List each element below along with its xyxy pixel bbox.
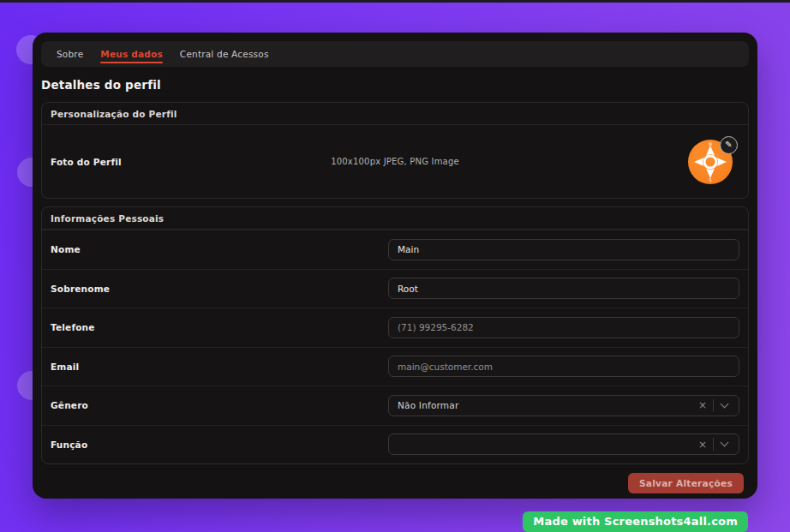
nome-label: Nome <box>51 244 81 254</box>
section-personalizacao: Personalização do Perfil Foto do Perfil … <box>41 102 749 199</box>
photo-label: Foto do Perfil <box>51 157 122 167</box>
form-row-sobrenome: Sobrenome <box>42 269 748 308</box>
form-row-email: Email <box>42 347 748 386</box>
avatar[interactable]: N S ✎ <box>688 140 733 184</box>
nome-input[interactable] <box>388 239 739 260</box>
telefone-input[interactable] <box>388 317 739 338</box>
telefone-label: Telefone <box>51 322 95 332</box>
tab-bar: Sobre Meus dados Central de Acessos <box>41 41 749 67</box>
form-row-funcao: Função × <box>42 425 748 464</box>
email-input[interactable] <box>388 356 739 377</box>
svg-text:N: N <box>709 141 712 146</box>
tab-meus-dados[interactable]: Meus dados <box>92 41 171 67</box>
photo-row: Foto do Perfil 100x100px JPEG, PNG Image… <box>42 125 748 198</box>
photo-hint: 100x100px JPEG, PNG Image <box>331 157 459 166</box>
save-button[interactable]: Salvar Alterações <box>628 473 744 493</box>
email-label: Email <box>51 362 79 372</box>
funcao-select[interactable]: × <box>388 433 739 455</box>
card-footer: Salvar Alterações <box>41 473 749 493</box>
clear-icon[interactable]: × <box>692 399 713 411</box>
form-row-nome: Nome <box>42 230 748 269</box>
section-informacoes-pessoais: Informações Pessoais Nome Sobrenome Tele… <box>41 206 749 464</box>
section-title: Informações Pessoais <box>42 207 748 230</box>
chevron-down-icon[interactable] <box>721 439 729 447</box>
tab-central-de-acessos[interactable]: Central de Acessos <box>171 41 278 67</box>
genero-selected-value: Não Informar <box>398 400 692 410</box>
screenshots4all-badge: Made with Screenshots4all.com <box>523 511 748 532</box>
page-title: Detalhes do perfil <box>41 78 749 92</box>
svg-text:S: S <box>709 177 711 182</box>
funcao-label: Função <box>51 439 87 450</box>
sobrenome-input[interactable] <box>388 278 739 299</box>
sobrenome-label: Sobrenome <box>51 284 110 294</box>
tab-sobre[interactable]: Sobre <box>48 41 92 67</box>
form-row-genero: Gênero Não Informar × <box>42 386 748 425</box>
genero-select[interactable]: Não Informar × <box>388 395 739 416</box>
select-divider <box>713 438 714 451</box>
edit-photo-icon[interactable]: ✎ <box>720 136 738 154</box>
form-row-telefone: Telefone <box>42 308 748 347</box>
genero-label: Gênero <box>51 400 88 410</box>
window-top-edge <box>0 0 790 3</box>
section-title: Personalização do Perfil <box>42 103 748 125</box>
clear-icon[interactable]: × <box>692 439 713 451</box>
select-divider <box>713 399 714 412</box>
profile-card: Sobre Meus dados Central de Acessos Deta… <box>33 33 757 499</box>
chevron-down-icon[interactable] <box>721 399 729 408</box>
